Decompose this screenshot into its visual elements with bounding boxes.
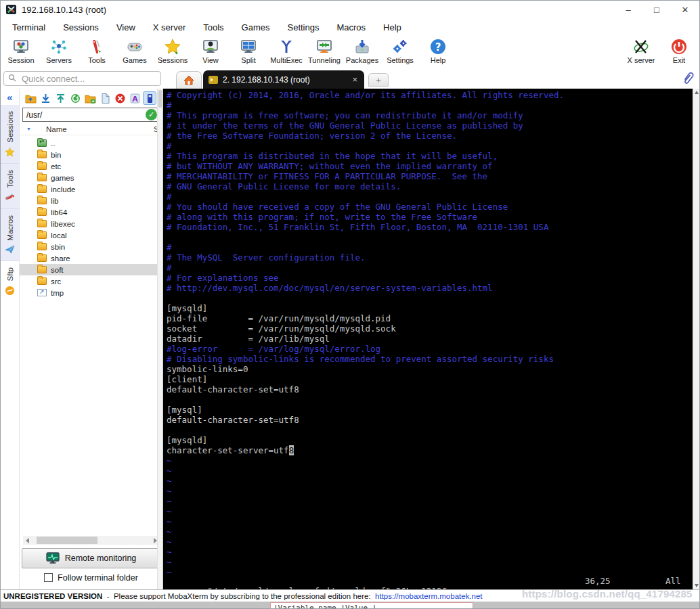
toolbar-settings[interactable]: Settings <box>381 37 419 64</box>
toolbar-packages[interactable]: Packages <box>343 37 381 64</box>
menu-item[interactable]: View <box>108 20 144 35</box>
sidebar-tab-sftp[interactable]: Sftp <box>1 261 19 301</box>
path-ok-icon[interactable]: ✓ <box>146 109 157 120</box>
toolbar-settings-label: Settings <box>387 56 414 64</box>
toolbar-servers[interactable]: Servers <box>40 37 78 64</box>
quick-connect-input[interactable] <box>3 71 161 86</box>
menu-item[interactable]: Sessions <box>54 20 108 35</box>
sidebar-tab-macros[interactable]: Macros <box>1 209 19 262</box>
attachments-icon[interactable] <box>682 71 694 85</box>
minimize-button[interactable]: – <box>614 1 642 18</box>
sidebar-tab-sessions[interactable]: Sessions <box>1 105 19 164</box>
follow-terminal-folder[interactable]: Follow terminal folder <box>22 568 160 587</box>
delete-button[interactable] <box>113 91 127 105</box>
file-row[interactable]: .. <box>20 137 162 149</box>
remote-monitoring-label: Remote monitoring <box>65 554 137 563</box>
column-name[interactable]: Name <box>46 125 67 133</box>
follow-terminal-toggle-button[interactable] <box>143 91 156 105</box>
toolbar-exit[interactable]: Exit <box>660 37 698 64</box>
active-session-tab[interactable]: 2. 192.168.10.143 (root) × <box>203 70 364 89</box>
footer-text: - Please support MobaXterm by subscribin… <box>102 592 375 600</box>
terminal-line: symbolic-links=0 <box>167 364 693 374</box>
scroll-left-icon[interactable] <box>23 537 31 544</box>
file-row[interactable]: local <box>20 229 162 241</box>
file-row[interactable]: lib64 <box>20 206 162 218</box>
file-row[interactable]: include <box>20 183 162 195</box>
file-list-header[interactable]: ▼ Name S <box>20 123 162 135</box>
search-icon <box>8 74 16 82</box>
file-name: libexec <box>51 220 75 228</box>
file-row[interactable]: bin <box>20 149 162 160</box>
file-row[interactable]: soft <box>20 264 162 275</box>
menu-item[interactable]: Macros <box>328 20 374 35</box>
toolbar-view[interactable]: View <box>192 37 229 64</box>
toolbar-sessions[interactable]: Sessions <box>154 37 192 64</box>
tools-icon <box>88 38 106 55</box>
mobatek-link[interactable]: https://mobaxterm.mobatek.net <box>375 592 483 600</box>
file-icon <box>37 277 47 285</box>
terminal[interactable]: # Copyright (c) 2014, 2016, Oracle and/o… <box>163 89 693 589</box>
remote-path-input[interactable] <box>22 108 160 122</box>
path-row: ✓ <box>20 107 162 123</box>
terminal-line: # Copyright (c) 2014, 2016, Oracle and/o… <box>167 90 693 100</box>
menu-item[interactable]: Terminal <box>3 20 54 35</box>
file-row[interactable]: etc <box>20 160 162 172</box>
scroll-up-icon[interactable] <box>695 91 699 94</box>
toolbar-exit-label: Exit <box>673 56 685 64</box>
menu-item[interactable]: Settings <box>279 20 328 35</box>
terminal-line: # The MySQL Server configuration file. <box>167 252 693 263</box>
home-tab[interactable] <box>176 71 202 89</box>
terminal-line: # the Free Software Foundation; version … <box>167 131 693 141</box>
scroll-down-icon[interactable] <box>695 584 699 587</box>
menu-item[interactable]: Tools <box>194 20 232 35</box>
terminal-line: datadir = /var/lib/mysql <box>167 334 693 344</box>
tab-close-icon[interactable]: × <box>340 74 357 85</box>
toolbar-games[interactable]: Games <box>116 37 154 64</box>
file-list-scrollbar[interactable] <box>157 89 162 589</box>
terminal-line: ~ <box>167 476 693 486</box>
rename-button[interactable]: A <box>128 91 141 105</box>
go-up-folder-button[interactable] <box>24 91 37 105</box>
file-row[interactable]: src <box>20 275 162 287</box>
split-icon <box>240 38 257 55</box>
sidebar-collapse-button[interactable]: « <box>1 89 19 105</box>
remote-monitoring-icon <box>46 552 60 564</box>
servers-icon <box>50 38 68 55</box>
new-file-button[interactable] <box>98 91 112 105</box>
toolbar-xserver[interactable]: X server <box>622 37 660 64</box>
refresh-button[interactable] <box>68 91 82 105</box>
toolbar-multiexec[interactable]: MultiExec <box>267 37 305 64</box>
toolbar-split[interactable]: Split <box>229 37 267 64</box>
file-row[interactable]: share <box>20 252 162 264</box>
file-row[interactable]: tmp <box>20 287 162 298</box>
file-row[interactable]: sbin <box>20 241 162 252</box>
toolbar-tools-label: Tools <box>88 56 106 64</box>
toolbar-tools[interactable]: Tools <box>78 37 116 64</box>
file-row[interactable]: games <box>20 172 162 183</box>
file-row[interactable]: libexec <box>20 218 162 229</box>
toolbar-help[interactable]: ? Help <box>419 37 457 64</box>
menu-item[interactable]: X server <box>144 20 194 35</box>
menu-item[interactable]: Help <box>374 20 410 35</box>
terminal-scrollbar[interactable] <box>693 89 699 589</box>
menu-item[interactable]: Games <box>233 20 279 35</box>
sidebar-tab-macros-label: Macros <box>6 215 14 241</box>
upload-button[interactable] <box>53 91 67 105</box>
toolbar-session[interactable]: Session <box>2 37 40 64</box>
terminal-line: # You should have received a copy of the… <box>167 202 693 212</box>
toolbar-tunneling[interactable]: Tunneling <box>305 37 343 64</box>
close-button[interactable]: ✕ <box>671 1 699 18</box>
sidebar-tab-tools[interactable]: Tools <box>1 164 19 209</box>
new-folder-button[interactable] <box>83 91 97 105</box>
new-tab-button[interactable]: + <box>368 73 389 87</box>
maximize-button[interactable]: □ <box>642 1 671 18</box>
download-button[interactable] <box>39 91 52 105</box>
file-row[interactable]: lib <box>20 195 162 206</box>
follow-terminal-checkbox[interactable] <box>44 573 53 582</box>
terminal-line: # <box>167 100 693 110</box>
home-icon <box>183 75 194 85</box>
file-name: soft <box>51 266 64 274</box>
unregistered-label: UNREGISTERED VERSION <box>3 592 102 600</box>
remote-monitoring-button[interactable]: Remote monitoring <box>22 548 160 568</box>
file-panel-hscrollbar[interactable] <box>23 536 159 545</box>
